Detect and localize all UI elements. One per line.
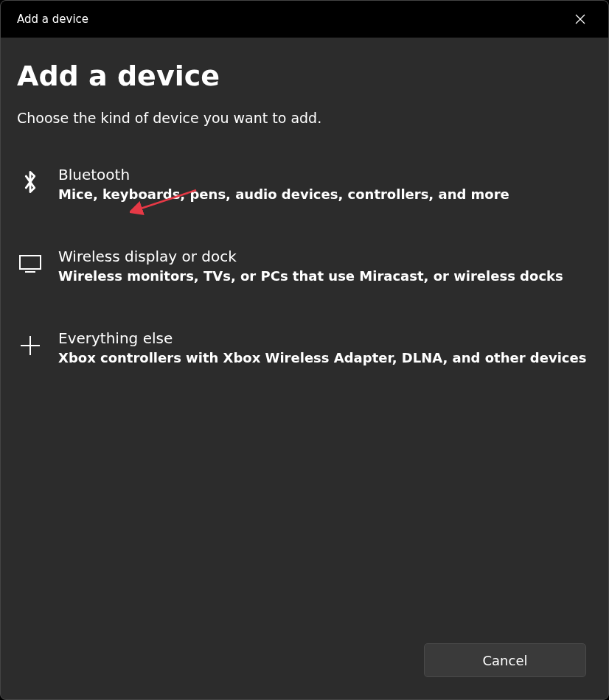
svg-rect-2 [20,256,41,269]
option-bluetooth-title: Bluetooth [58,166,509,183]
option-everything-else-text: Everything else Xbox controllers with Xb… [58,329,586,365]
titlebar-title: Add a device [17,13,88,26]
dialog-footer: Cancel [424,643,586,677]
option-everything-else-desc: Xbox controllers with Xbox Wireless Adap… [58,350,586,365]
option-everything-else-title: Everything else [58,329,586,347]
device-options-list: Bluetooth Mice, keyboards, pens, audio d… [17,155,592,401]
bluetooth-icon [18,170,42,194]
cancel-button[interactable]: Cancel [424,643,586,677]
option-wireless-display-desc: Wireless monitors, TVs, or PCs that use … [58,268,563,284]
close-icon [575,14,585,24]
option-wireless-display-text: Wireless display or dock Wireless monito… [58,248,563,284]
close-button[interactable] [566,4,595,34]
option-bluetooth-text: Bluetooth Mice, keyboards, pens, audio d… [58,166,509,202]
page-title: Add a device [17,60,592,92]
page-subtitle: Choose the kind of device you want to ad… [17,110,592,126]
option-wireless-display[interactable]: Wireless display or dock Wireless monito… [17,237,592,319]
option-bluetooth-desc: Mice, keyboards, pens, audio devices, co… [58,186,509,202]
option-everything-else[interactable]: Everything else Xbox controllers with Xb… [17,319,592,401]
option-bluetooth[interactable]: Bluetooth Mice, keyboards, pens, audio d… [17,155,592,237]
plus-icon [18,334,42,357]
add-device-dialog: Add a device Add a device Choose the kin… [0,0,609,700]
monitor-icon [18,252,42,276]
option-wireless-display-title: Wireless display or dock [58,248,563,265]
dialog-content: Add a device Choose the kind of device y… [1,38,608,699]
titlebar: Add a device [1,1,608,38]
